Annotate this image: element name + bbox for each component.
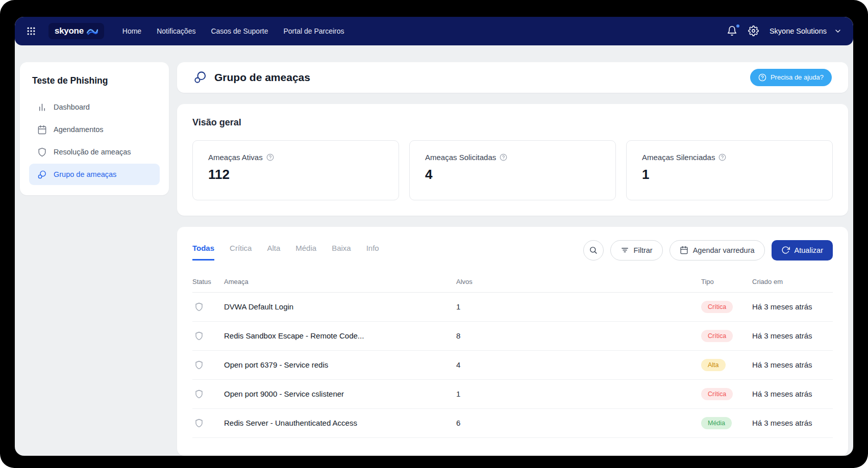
logo-swoosh-icon <box>87 28 98 35</box>
sidebar-item-grupo-ameacas[interactable]: Grupo de ameaças <box>29 164 160 185</box>
column-header-alvos: Alvos <box>456 278 701 285</box>
threat-created: Há 3 meses atrás <box>752 360 833 369</box>
threat-targets: 6 <box>456 419 701 427</box>
threat-name: Redis Server - Unauthenticated Access <box>224 419 456 427</box>
refresh-button-label: Atualizar <box>795 246 823 254</box>
filter-icon <box>621 246 629 254</box>
table-row[interactable]: Redis Sandbox Escape - Remote Code... 8 … <box>192 322 833 351</box>
schedule-scan-button[interactable]: Agendar varredura <box>669 240 765 261</box>
tab-baixa[interactable]: Baixa <box>332 244 351 261</box>
notification-dot <box>736 24 739 28</box>
severity-badge: Média <box>701 417 732 429</box>
sidebar-menu: Dashboard Agendamentos <box>29 96 160 185</box>
nav-item-portal-parceiros[interactable]: Portal de Parceiros <box>284 27 344 35</box>
shield-icon <box>194 302 204 311</box>
help-circle-icon[interactable] <box>266 153 274 161</box>
notifications-bell-icon[interactable] <box>727 25 738 37</box>
tab-media[interactable]: Média <box>295 244 316 261</box>
window-frame: skyone Home Notificações Casos de Suport… <box>0 0 868 468</box>
threat-targets: 1 <box>456 389 701 398</box>
account-menu[interactable]: Skyone Solutions <box>770 27 842 35</box>
nav-item-notificacoes[interactable]: Notificações <box>157 27 195 35</box>
table-row[interactable]: Open port 6379 - Service redis 4 Alta Há… <box>192 351 833 380</box>
threat-targets: 1 <box>456 302 701 311</box>
stat-value: 112 <box>208 167 383 183</box>
table-row[interactable]: DVWA Default Login 1 Crítica Há 3 meses … <box>192 293 833 322</box>
refresh-button[interactable]: Atualizar <box>772 240 833 261</box>
top-navbar: skyone Home Notificações Casos de Suport… <box>15 17 853 45</box>
threat-name: DVWA Default Login <box>224 302 456 311</box>
account-label: Skyone Solutions <box>770 27 827 35</box>
search-icon <box>589 246 598 254</box>
stat-card-ameacas-solicitadas: Ameaças Solicitadas 4 <box>409 140 616 200</box>
column-header-tipo: Tipo <box>701 278 752 285</box>
severity-badge: Alta <box>701 359 726 371</box>
sidebar-item-label: Agendamentos <box>54 125 104 134</box>
stat-card-ameacas-ativas: Ameaças Ativas 112 <box>192 140 399 200</box>
threat-targets: 4 <box>456 360 701 369</box>
help-circle-icon[interactable] <box>500 153 507 161</box>
table-header-row: Status Ameaça Alvos Tipo Criado em <box>192 278 833 293</box>
app-surface: skyone Home Notificações Casos de Suport… <box>15 17 853 456</box>
tab-alta[interactable]: Alta <box>267 244 280 261</box>
threat-created: Há 3 meses atrás <box>752 331 833 340</box>
search-button[interactable] <box>583 240 604 261</box>
threat-group-icon <box>37 170 47 179</box>
stat-label: Ameaças Solicitadas <box>425 153 496 162</box>
stat-label: Ameaças Silenciadas <box>642 153 715 162</box>
threat-created: Há 3 meses atrás <box>752 389 833 398</box>
skyone-logo[interactable]: skyone <box>48 23 104 39</box>
threat-group-icon <box>193 70 207 84</box>
threat-targets: 8 <box>456 331 701 340</box>
shield-icon <box>194 389 204 399</box>
sidebar-item-dashboard[interactable]: Dashboard <box>29 96 160 118</box>
shield-icon <box>37 147 47 157</box>
filter-button[interactable]: Filtrar <box>610 240 663 261</box>
help-button[interactable]: Precisa de ajuda? <box>750 69 832 86</box>
severity-tabs: Todas Crítica Alta Média Baixa Info <box>192 244 583 261</box>
sidebar-item-label: Grupo de ameaças <box>54 170 116 178</box>
stat-value: 4 <box>425 167 600 183</box>
logo-text: skyone <box>55 26 84 36</box>
sidebar-item-label: Resolução de ameaças <box>54 148 131 156</box>
nav-links: Home Notificações Casos de Suporte Porta… <box>122 27 344 35</box>
sidebar-title: Teste de Phishing <box>29 75 160 86</box>
help-circle-icon <box>758 73 766 82</box>
sidebar-item-resolucao-ameacas[interactable]: Resolução de ameaças <box>29 141 160 163</box>
calendar-icon <box>680 246 688 254</box>
shield-icon <box>194 419 204 428</box>
column-header-criado-em: Criado em <box>752 278 833 285</box>
tab-critica[interactable]: Crítica <box>230 244 252 261</box>
table-row[interactable]: Redis Server - Unauthenticated Access 6 … <box>192 409 833 438</box>
apps-grid-icon[interactable] <box>26 25 37 37</box>
help-button-label: Precisa de ajuda? <box>771 73 824 81</box>
chevron-down-icon <box>834 27 842 35</box>
threat-created: Há 3 meses atrás <box>752 419 833 427</box>
severity-badge: Crítica <box>701 301 733 313</box>
tab-info[interactable]: Info <box>366 244 379 261</box>
calendar-icon <box>37 125 47 135</box>
stat-value: 1 <box>642 167 817 183</box>
threat-name: Redis Sandbox Escape - Remote Code... <box>224 331 456 340</box>
shield-icon <box>194 360 204 370</box>
settings-gear-icon[interactable] <box>748 25 759 37</box>
overview-section: Visão geral Ameaças Ativas 112 <box>177 104 848 216</box>
page-header: Grupo de ameaças Precisa de ajuda? <box>177 62 848 93</box>
threat-name: Open port 6379 - Service redis <box>224 360 456 369</box>
severity-badge: Crítica <box>701 388 733 400</box>
sidebar-item-label: Dashboard <box>54 103 90 111</box>
column-header-status: Status <box>192 278 224 285</box>
bar-chart-icon <box>37 102 47 112</box>
overview-title: Visão geral <box>192 117 833 128</box>
column-header-ameaca: Ameaça <box>224 278 456 285</box>
nav-item-home[interactable]: Home <box>122 27 141 35</box>
filter-button-label: Filtrar <box>634 246 653 254</box>
table-row[interactable]: Open port 9000 - Service cslistener 1 Cr… <box>192 380 833 409</box>
shield-icon <box>194 331 204 341</box>
stat-label: Ameaças Ativas <box>208 153 263 162</box>
sidebar-item-agendamentos[interactable]: Agendamentos <box>29 119 160 140</box>
nav-item-casos-suporte[interactable]: Casos de Suporte <box>211 27 268 35</box>
schedule-scan-label: Agendar varredura <box>693 246 755 254</box>
help-circle-icon[interactable] <box>718 153 726 161</box>
tab-todas[interactable]: Todas <box>192 244 214 261</box>
